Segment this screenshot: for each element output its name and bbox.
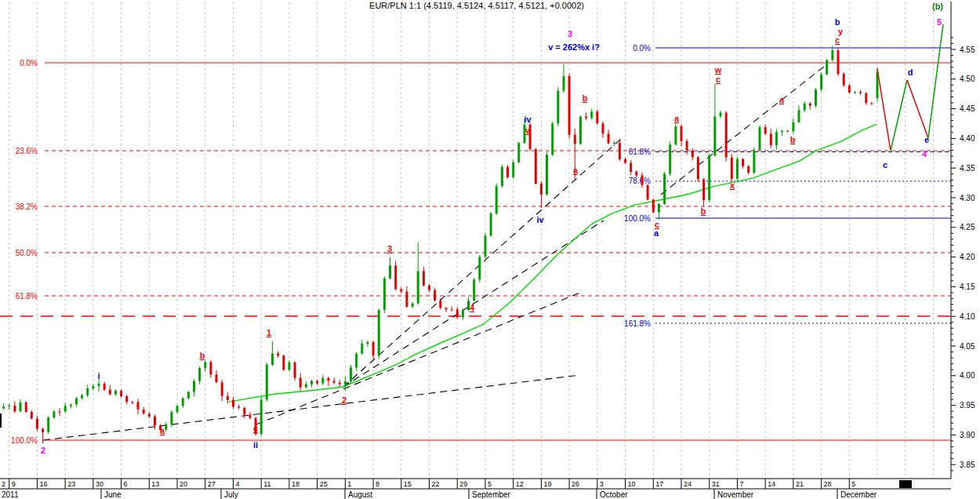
candle-body	[154, 417, 156, 426]
week-tick-label: 13	[151, 480, 159, 488]
candle-body	[81, 395, 83, 399]
week-tick-label: 28	[824, 480, 832, 488]
candle-body	[193, 381, 195, 392]
week-tick-label: 18	[292, 480, 299, 488]
wave-label: iv	[536, 215, 544, 224]
candle-body	[713, 116, 716, 155]
week-tick-label: 24	[684, 480, 691, 488]
candle-body	[837, 50, 840, 74]
price-chart-canvas[interactable]: 0.0%23.6%38.2%50.0%61.8%100.0%0.0%61.8%7…	[0, 0, 980, 499]
wave-label: 3	[568, 29, 572, 38]
week-tick-label: 29	[459, 480, 467, 488]
axis-highlight-box	[899, 480, 912, 488]
candle-body	[216, 374, 218, 382]
week-tick-label: 5	[488, 480, 492, 488]
month-label: September	[472, 490, 511, 499]
candle-body	[473, 279, 475, 300]
forecast-segment	[907, 80, 928, 138]
wave-label: 4	[922, 149, 927, 158]
wave-label: iv	[524, 115, 532, 124]
wave-label: a	[779, 95, 785, 104]
candle-body	[574, 135, 576, 144]
candle-body	[495, 186, 498, 213]
week-tick-label: 7	[739, 480, 743, 488]
candle-body	[451, 309, 453, 310]
fib-red-label: 100.0%	[11, 436, 38, 445]
candle-body	[551, 123, 554, 155]
candle-body	[227, 396, 229, 400]
candle-body	[350, 368, 352, 382]
week-tick-label: 20	[180, 480, 187, 488]
candle-body	[243, 408, 245, 415]
candle-body	[176, 406, 179, 412]
wave-label: 2	[342, 395, 347, 405]
wave-label: b	[583, 93, 588, 103]
week-tick-label: 11	[263, 480, 270, 488]
fib-blue-label: 61.8%	[629, 148, 651, 156]
wave-label: a	[674, 114, 680, 123]
trendline	[343, 139, 621, 387]
candle-body	[187, 392, 190, 398]
candle-body	[669, 144, 671, 173]
candle-body	[238, 406, 240, 407]
candle-body	[630, 163, 632, 172]
candle-body	[731, 158, 733, 179]
candle-body	[775, 132, 778, 145]
candle-body	[20, 402, 22, 412]
candle-body	[445, 308, 448, 309]
candle-body	[490, 213, 492, 235]
candle-body	[394, 265, 397, 289]
candle-body	[652, 199, 655, 212]
candle-body	[282, 355, 285, 370]
week-tick-label: 3	[600, 480, 604, 488]
wave-label: w	[714, 65, 722, 75]
y-axis-label: 3.95	[960, 401, 975, 410]
fib-blue-label: 161.8%	[624, 319, 651, 328]
wave-label: ii	[253, 440, 258, 450]
candle-body	[736, 159, 739, 179]
wave-label: a	[654, 228, 659, 238]
candle-body	[321, 378, 324, 384]
fib-red-label: 38.2%	[16, 202, 38, 211]
y-axis-label: 4.00	[960, 371, 975, 380]
week-tick-label: 22	[432, 480, 440, 488]
candle-body	[299, 378, 302, 388]
candle-body	[546, 155, 548, 195]
week-tick-label: 21	[796, 480, 804, 488]
candle-body	[590, 111, 593, 118]
candle-body	[843, 74, 845, 86]
month-label: December	[840, 490, 877, 499]
chart-window: EUR/PLN 1:1 (4.5119, 4.5124, 4.5117, 4.5…	[0, 0, 980, 499]
wave-label: a	[160, 426, 165, 435]
y-axis-label: 4.40	[960, 134, 975, 143]
wave-label: 3	[387, 244, 392, 253]
candle-body	[417, 271, 419, 304]
candle-body	[8, 406, 10, 406]
week-tick-label: 8	[376, 480, 379, 488]
candle-body	[260, 399, 263, 434]
candle-body	[720, 113, 722, 117]
candle-body	[759, 127, 761, 150]
wave-label: d	[908, 67, 913, 77]
candle-body	[47, 417, 49, 432]
y-axis-label: 4.05	[960, 342, 975, 351]
candle-body	[366, 342, 368, 344]
candle-body	[389, 265, 391, 278]
candle-body	[535, 149, 537, 184]
week-tick-label: 10	[628, 480, 636, 488]
candle-body	[428, 286, 430, 290]
candle-body	[266, 365, 268, 400]
candle-body	[635, 172, 637, 176]
candle-body	[143, 410, 145, 413]
candle-body	[456, 310, 459, 318]
candle-body	[327, 378, 329, 381]
week-tick-label: 15	[404, 480, 412, 488]
candle-body	[137, 402, 140, 409]
wave-label: b	[200, 351, 205, 360]
moving-average-line	[229, 124, 877, 402]
candle-body	[708, 155, 710, 200]
candle-body	[681, 126, 683, 141]
candle-body	[647, 185, 649, 200]
candle-body	[204, 362, 206, 368]
candle-body	[378, 310, 380, 355]
